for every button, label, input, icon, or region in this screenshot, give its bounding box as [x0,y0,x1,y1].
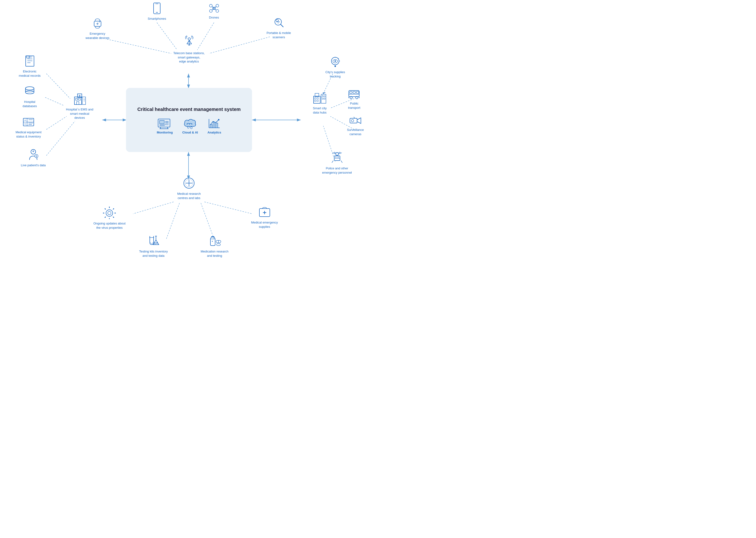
node-testing-kits: Testing kits inventoryand testing data [130,235,177,258]
svg-point-35 [189,124,190,125]
telecom-label: Telecom base stations,smart gateways,edg… [173,51,205,64]
police-icon [331,152,343,165]
scanner-icon [273,17,285,29]
lab-center-icon [183,177,195,190]
svg-point-159 [104,217,105,218]
svg-rect-121 [350,118,357,123]
diagram: Critical healthcare event management sys… [0,0,378,269]
svg-line-134 [332,152,333,153]
node-police: Police and otheremergency personnel [316,152,358,175]
svg-point-47 [210,4,212,7]
svg-point-157 [113,208,114,209]
police-label: Police and otheremergency personnel [322,166,352,175]
center-system-box: Critical healthcare event management sys… [126,88,252,152]
svg-point-155 [104,208,105,209]
monitoring-icon [158,119,172,129]
svg-point-32 [187,126,189,128]
svg-line-138 [341,153,342,153]
svg-line-21 [201,203,214,239]
equipment-icon [22,116,35,129]
svg-line-54 [215,9,216,11]
testing-icon [147,235,161,248]
hospital-icon [73,93,86,106]
svg-point-50 [216,10,219,12]
node-public-transport: Publictransport [338,89,371,110]
cloud-ai-icon-item: Cloud & AI [182,117,198,134]
analytics-icon [208,118,221,129]
svg-point-169 [157,243,158,244]
svg-line-64 [281,24,284,27]
node-medical-equipment: Medical equipmentstatus & inventory [8,116,49,138]
analytics-label: Analytics [208,131,221,134]
svg-line-128 [341,161,342,163]
svg-point-111 [335,66,336,67]
svg-rect-104 [322,96,323,97]
svg-rect-81 [82,97,86,104]
svg-point-161 [113,217,114,218]
svg-point-122 [351,120,354,122]
svg-rect-74 [74,97,82,104]
svg-rect-80 [77,102,79,104]
svg-point-34 [187,124,188,125]
svg-rect-114 [353,91,355,93]
svg-line-127 [332,161,333,163]
svg-point-42 [218,119,220,121]
portable-scanners-label: Portable & mobilescanners [267,31,291,39]
emergency-wearable-label: Emergencywearable devices [86,31,109,40]
smart-city-icon [313,91,327,105]
node-smartphones: Smartphones [142,2,172,21]
svg-rect-113 [350,91,352,93]
svg-line-18 [133,202,173,214]
node-city-supplies: City's suppliestracking [316,56,354,79]
svg-line-9 [209,37,270,53]
svg-rect-40 [213,122,215,128]
svg-point-43 [188,38,190,40]
svg-rect-106 [322,98,323,99]
svg-rect-79 [79,98,80,100]
svg-rect-107 [324,98,325,99]
svg-point-149 [109,219,110,219]
svg-line-135 [333,153,333,153]
medical-research-label: Medical researchcentres and labs [177,192,201,200]
svg-line-20 [166,203,179,239]
node-medical-research: Medical researchcentres and labs [166,177,212,200]
node-medication-research: Medication researchand testing [193,235,236,258]
svg-point-147 [109,207,110,208]
svg-point-56 [213,8,215,9]
svg-rect-102 [317,100,318,101]
svg-rect-105 [324,96,325,97]
node-virus-updates: Ongoing updates aboutthe virus propertie… [88,207,131,230]
svg-line-52 [215,6,216,8]
svg-rect-176 [217,244,220,245]
wearable-icon [92,18,103,30]
svg-rect-41 [216,123,218,128]
svg-point-153 [115,213,116,214]
svg-point-73 [26,90,34,94]
node-hospital-db: Hospitaldatabases [13,85,46,108]
node-surveillance: Surveillancecameras [338,116,373,136]
transport-icon [348,89,361,100]
medication-icon [208,235,222,248]
hospital-db-label: Hospitaldatabases [23,100,37,108]
live-patient-label: Live patient's data [21,163,46,167]
first-aid-icon [258,207,271,219]
node-electronic-records: Electronicmedical records [12,55,47,78]
smart-city-hubs-label: Smart citydata hubs [313,106,327,115]
svg-point-133 [339,152,341,154]
medical-emergency-supplies-label: Medical emergencysupplies [251,220,278,229]
svg-rect-115 [356,91,359,93]
records-icon [25,55,35,68]
svg-point-108 [323,93,324,94]
center-title: Critical healthcare event management sys… [137,106,241,113]
surveillance-label: Surveillancecameras [347,128,364,136]
public-transport-label: Publictransport [348,101,360,110]
medical-equipment-label: Medical equipmentstatus & inventory [16,130,41,138]
center-icons: Monitoring Cloud & AI [157,117,221,134]
drone-icon [208,2,220,14]
node-smart-city-hubs: Smart citydata hubs [301,91,339,115]
svg-point-72 [26,87,34,90]
svg-line-137 [341,152,342,153]
svg-rect-101 [315,100,316,101]
svg-point-145 [108,211,111,215]
svg-point-48 [216,4,219,7]
